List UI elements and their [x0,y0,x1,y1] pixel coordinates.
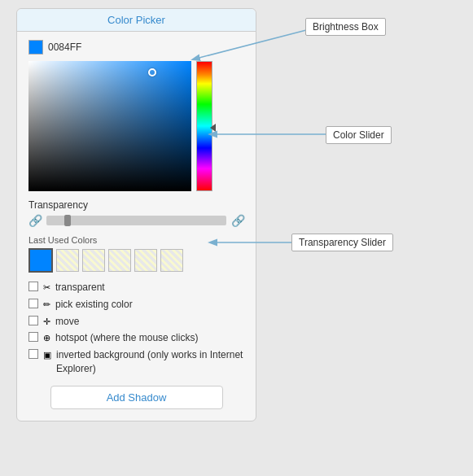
empty-swatch-1[interactable] [56,249,79,272]
empty-swatch-4[interactable] [134,249,157,272]
text-move: move [55,315,79,329]
last-used-label: Last Used Colors [28,235,244,245]
hue-cursor [210,124,216,132]
saturation-box[interactable] [28,61,191,191]
hue-slider-container[interactable] [196,61,212,191]
panel-title: Color Picker [17,9,256,32]
icon-transparent: ✂ [43,282,50,294]
trans-right-icon: 🔗 [231,214,244,227]
hex-value: 0084FF [48,41,81,53]
color-picker-panel: Color Picker 0084FF Transparency [16,8,256,421]
icon-hotspot: ⊕ [43,332,50,344]
empty-swatch-3[interactable] [108,249,131,272]
checkbox-transparent[interactable] [28,282,38,291]
text-hotspot: hotspot (where the mouse clicks) [55,331,198,345]
hex-row: 0084FF [28,40,244,55]
icon-inverted-bg: ▣ [43,349,51,361]
checkbox-inverted-bg[interactable] [28,349,38,359]
checkbox-pick-existing[interactable] [28,299,38,308]
last-used-section: Last Used Colors [28,235,244,273]
transparency-row: 🔗 🔗 [28,214,244,227]
text-pick-existing: pick existing color [55,298,133,312]
option-hotspot: ⊕ hotspot (where the mouse clicks) [28,331,244,345]
checkbox-move[interactable] [28,316,38,325]
icon-pick-existing: ✏ [43,299,50,311]
option-pick-existing: ✏ pick existing color [28,298,244,312]
option-move: ✛ move [28,315,244,329]
empty-swatch-5[interactable] [160,249,183,272]
checkbox-hotspot[interactable] [28,332,38,342]
hex-color-swatch[interactable] [28,40,43,55]
transparency-label: Transparency [28,199,244,211]
picker-area [28,61,244,191]
trans-left-icon: 🔗 [28,214,42,227]
transparency-slider-track[interactable] [46,216,226,225]
active-color-swatch[interactable] [28,248,53,273]
transparency-slider-annotation: Transparency Slider [291,234,393,251]
brightness-box-annotation: Brightness Box [305,18,386,36]
transparency-slider-thumb [64,215,71,226]
icon-move: ✛ [43,316,50,328]
last-used-colors [28,248,244,273]
color-slider-annotation: Color Slider [326,126,392,144]
option-inverted-bg: ▣ inverted background (only works in Int… [28,348,244,376]
text-inverted-bg: inverted background (only works in Inter… [56,348,244,376]
option-transparent: ✂ transparent [28,281,244,295]
add-shadow-button[interactable]: Add Shadow [50,386,223,409]
empty-swatch-2[interactable] [82,249,105,272]
saturation-gradient [28,61,191,191]
text-transparent: transparent [55,281,105,295]
options-list: ✂ transparent ✏ pick existing color ✛ mo… [28,281,244,376]
saturation-cursor[interactable] [148,68,156,76]
